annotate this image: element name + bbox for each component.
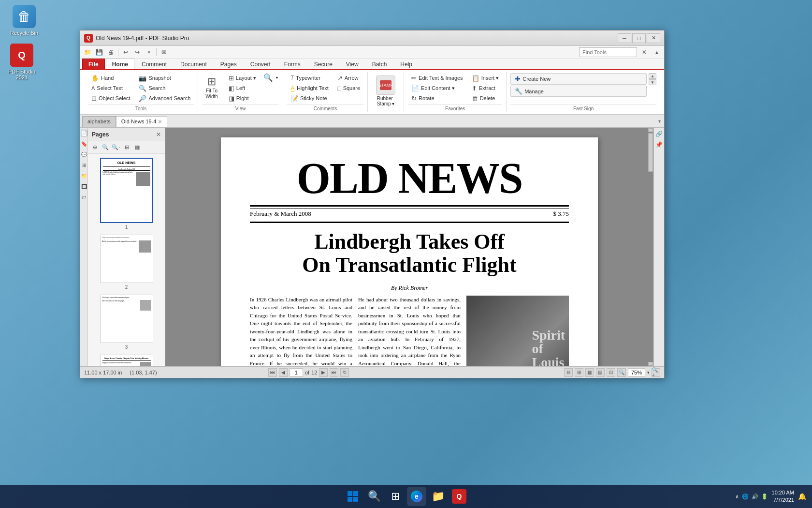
rotate-cw-button[interactable]: ↻ — [340, 368, 349, 377]
save-button[interactable]: 💾 — [94, 47, 104, 57]
battery-icon[interactable]: 🔋 — [761, 493, 768, 500]
open-button[interactable]: 📁 — [82, 47, 93, 57]
view-mode1-button[interactable]: ⊟ — [564, 368, 573, 377]
task-view-button[interactable]: ⊞ — [386, 487, 405, 506]
extract-button[interactable]: ⬆ Extract — [468, 83, 503, 93]
pdf-studio-taskbar-button[interactable]: Q — [450, 487, 469, 506]
left-button[interactable]: ◧ Left — [225, 83, 260, 93]
close-tab-button[interactable]: ✕ — [158, 119, 162, 124]
zoom-out-status-button[interactable]: 🔍 — [617, 368, 626, 377]
volume-icon[interactable]: 🔊 — [752, 493, 758, 500]
arrow-button[interactable]: ↗ Arrow — [334, 73, 363, 83]
typewriter-button[interactable]: T Typewriter — [287, 73, 332, 83]
sidebar-pages-button[interactable]: 📄 — [81, 130, 87, 136]
page-thumbnail-3[interactable]: Third page content with newspaper layout… — [100, 295, 153, 350]
view-mode3-button[interactable]: ▦ — [585, 368, 594, 377]
start-button[interactable] — [343, 487, 362, 506]
edit-content-button[interactable]: 📄 Edit Content ▾ — [408, 83, 466, 93]
page-thumbnail-2[interactable]: Page 2 content placeholder text for layo… — [100, 235, 153, 290]
square-button[interactable]: □ Square — [334, 83, 363, 93]
file-explorer-button[interactable]: 📁 — [428, 487, 448, 506]
pdf-viewer[interactable]: OLD NEWS February & March 2008 $ 3.75 Li… — [165, 128, 653, 366]
right-icon2[interactable]: 📌 — [655, 140, 664, 149]
tab-home[interactable]: Home — [106, 59, 134, 69]
sidebar-comments-button[interactable]: 💬 — [81, 151, 87, 158]
right-icon1[interactable]: 🔗 — [655, 130, 664, 138]
tab-comment[interactable]: Comment — [135, 59, 173, 69]
maximize-button[interactable]: □ — [632, 33, 646, 43]
dropdown-arrow[interactable]: ▾ — [144, 47, 154, 57]
redo-button[interactable]: ↪ — [132, 47, 143, 57]
layout-button[interactable]: ⊞ Layout ▾ — [225, 73, 260, 83]
tab-document[interactable]: Document — [174, 59, 213, 69]
zoom-in-button[interactable]: 🔍 — [261, 73, 275, 82]
fit-page-button[interactable]: ⊡ — [607, 368, 615, 377]
pages-tb-btn1[interactable]: ⊕ — [90, 143, 100, 152]
sidebar-scan-button[interactable]: 🔲 — [81, 183, 87, 190]
minimize-button[interactable]: ─ — [618, 33, 631, 43]
search-taskbar-button[interactable]: 🔍 — [364, 487, 384, 506]
network-icon[interactable]: 🌐 — [742, 493, 749, 500]
page-thumbnail-4[interactable]: Stage Actor Charlie Chaplin Title Making… — [100, 355, 153, 366]
sticky-note-button[interactable]: 📝 Sticky Note — [287, 93, 332, 103]
tab-scroll-button[interactable]: ▾ — [654, 117, 664, 126]
scroll-up-arrow[interactable] — [648, 128, 653, 132]
old-news-tab[interactable]: Old News 19-4 ✕ — [116, 116, 168, 127]
snapshot-button[interactable]: 📷 Snapshot — [135, 73, 194, 83]
rotate-button[interactable]: ↻ Rotate — [408, 93, 466, 103]
zoom-level-input[interactable] — [628, 368, 645, 377]
pages-thumbnails[interactable]: OLD NEWS Lindbergh Takes Off In 1926 Cha… — [88, 154, 165, 366]
search-button[interactable]: 🔍 Search — [135, 83, 194, 93]
first-page-button[interactable]: ⏮ — [268, 368, 277, 377]
prev-page-button[interactable]: ◀ — [279, 368, 288, 377]
sidebar-layers-button[interactable]: ⊞ — [81, 162, 87, 168]
current-page-input[interactable] — [290, 368, 303, 377]
sidebar-folder-button[interactable]: 📁 — [81, 172, 87, 179]
pdf-scrollbar[interactable] — [648, 128, 653, 366]
delete-button[interactable]: 🗑 Delete — [468, 93, 503, 103]
zoom-dropdown-arrow[interactable]: ▾ — [647, 370, 650, 375]
manage-button[interactable]: 🔧 Manage — [510, 86, 647, 97]
tab-file[interactable]: File — [82, 59, 105, 69]
highlight-text-button[interactable]: A̲ Highlight Text — [287, 83, 332, 93]
page-thumbnail-1[interactable]: OLD NEWS Lindbergh Takes Off In 1926 Cha… — [100, 158, 153, 230]
pages-tb-btn2[interactable]: 🔍 — [101, 143, 110, 152]
find-tools-expand[interactable]: ▲ — [652, 47, 662, 57]
find-tools-close[interactable]: ✕ — [639, 47, 650, 57]
alphabets-tab[interactable]: alphabets — [82, 116, 116, 127]
advanced-search-button[interactable]: 🔎 Advanced Search — [135, 93, 194, 103]
hand-tool-button[interactable]: ✋ Hand — [88, 73, 133, 83]
zoom-in-status-button[interactable]: 🔍+ — [652, 368, 660, 377]
next-page-button[interactable]: ▶ — [319, 368, 328, 377]
find-tools-input[interactable] — [579, 47, 637, 57]
zoom-dropdown[interactable]: ▾ — [275, 75, 279, 80]
tab-forms[interactable]: Forms — [278, 59, 307, 69]
tab-batch[interactable]: Batch — [366, 59, 393, 69]
recycle-bin-icon[interactable]: 🗑 Recycle Bin — [7, 5, 41, 36]
rubber-stamp-button[interactable]: STAMP RubberStamp ▾ — [372, 73, 400, 109]
print-button[interactable]: 🖨 — [105, 47, 116, 57]
last-page-button[interactable]: ⏭ — [330, 368, 338, 377]
sidebar-bookmarks-button[interactable]: 🔖 — [81, 140, 87, 147]
scroll-thumb[interactable] — [648, 133, 653, 172]
insert-button[interactable]: 📋 Insert ▾ — [468, 73, 503, 83]
select-text-button[interactable]: A Select Text — [88, 83, 133, 93]
pages-tb-btn5[interactable]: ▦ — [132, 143, 142, 152]
scroll-up-button[interactable]: ▲ — [649, 73, 656, 79]
view-mode4-button[interactable]: ▤ — [596, 368, 605, 377]
browser-button[interactable]: e — [407, 487, 426, 506]
tab-view[interactable]: View — [340, 59, 365, 69]
pdf-studio-desktop-icon[interactable]: Q PDF Studio 2021 — [5, 44, 39, 80]
edit-text-images-button[interactable]: ✏ Edit Text & Images — [408, 73, 466, 83]
object-select-button[interactable]: ⊡ Object Select — [88, 93, 133, 103]
tab-secure[interactable]: Secure — [308, 59, 339, 69]
scroll-down-button[interactable]: ▼ — [649, 79, 656, 85]
tab-help[interactable]: Help — [394, 59, 419, 69]
taskbar-clock[interactable]: 10:20 AM 7/7/2021 — [772, 489, 794, 504]
pages-tb-btn3[interactable]: 🔍- — [111, 143, 121, 152]
fit-to-width-button[interactable]: ⊞ Fit ToWidth — [202, 73, 221, 102]
chevron-up-icon[interactable]: ∧ — [735, 493, 739, 500]
tab-pages[interactable]: Pages — [214, 59, 243, 69]
notification-button[interactable]: 🔔 — [798, 493, 806, 500]
close-button[interactable]: ✕ — [647, 33, 660, 43]
